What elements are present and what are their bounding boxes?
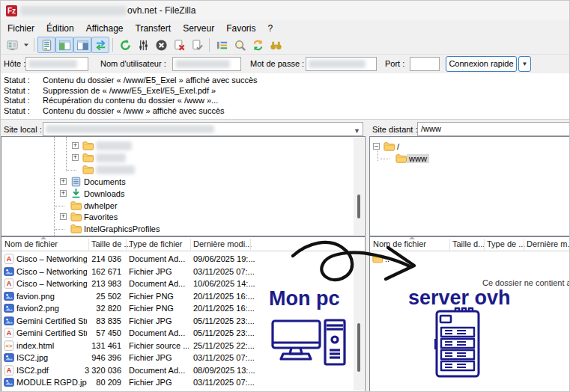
tree-connector xyxy=(67,170,76,171)
column-header[interactable]: Dernière m... xyxy=(527,239,570,248)
downloads-icon xyxy=(70,189,82,199)
file-row[interactable]: AGemini Certified Stu...57 450Document A… xyxy=(1,327,365,340)
password-input[interactable] xyxy=(306,57,377,71)
scrollbar-thumb[interactable] xyxy=(357,323,360,372)
menu-item[interactable]: ? xyxy=(262,22,279,35)
file-type: Fichier JPG xyxy=(129,267,189,276)
tree-row-/[interactable]: –/ xyxy=(370,141,570,153)
expander-plus-icon[interactable]: + xyxy=(72,154,79,161)
cancel-button[interactable] xyxy=(152,37,170,53)
file-row[interactable]: ISC2.jpg946 396Fichier JPG03/11/2025 07:… xyxy=(1,352,365,364)
folder-icon xyxy=(70,224,82,234)
tree-item-label: www xyxy=(407,154,429,163)
tree-connector xyxy=(380,159,389,159)
column-header[interactable]: Nom de fichier xyxy=(373,239,426,248)
tree-row-Favorites[interactable]: +Favorites xyxy=(1,211,365,223)
sync-browse-button[interactable] xyxy=(249,37,267,53)
site-manager-button[interactable] xyxy=(3,37,21,53)
menu-item[interactable]: Transfert xyxy=(130,22,178,35)
column-header[interactable]: Nom de fichier xyxy=(4,239,58,248)
port-input[interactable] xyxy=(410,57,440,71)
file-row[interactable]: .. xyxy=(370,253,570,266)
file-row[interactable]: AISC2.pdf3 320 036Document Ad...08/09/20… xyxy=(1,364,365,377)
tree-row-folder[interactable] xyxy=(1,164,365,176)
tree-row-Downloads[interactable]: +Downloads xyxy=(1,188,365,200)
toggle-queue-icon xyxy=(94,39,107,52)
expander-minus-icon[interactable]: – xyxy=(373,143,380,150)
toggle-remote-tree-button[interactable] xyxy=(73,37,91,53)
image-icon xyxy=(4,352,14,363)
filezilla-app-icon: Fz xyxy=(6,5,17,16)
local-tree-scrollbar[interactable] xyxy=(354,138,364,235)
pdf-icon: A xyxy=(4,254,14,264)
file-row[interactable]: favion.png25 502Fichier PNG20/11/2025 16… xyxy=(1,290,365,303)
expander-plus-icon[interactable]: + xyxy=(60,190,67,197)
dropdown-caret-button[interactable] xyxy=(21,37,31,53)
tree-item-label: Documents xyxy=(84,177,126,186)
expander-plus-icon[interactable]: + xyxy=(60,178,67,185)
header-separator xyxy=(449,239,450,250)
quickconnect-dropdown-button[interactable]: ▼ xyxy=(518,56,531,72)
toggle-queue-button[interactable] xyxy=(91,37,109,53)
header-separator xyxy=(126,239,127,250)
scrollbar-thumb[interactable] xyxy=(357,195,360,218)
toggle-log-button[interactable] xyxy=(37,37,55,53)
delete-file-button[interactable] xyxy=(170,37,188,53)
file-type: Fichier PNG xyxy=(129,304,189,313)
file-size: 83 835 xyxy=(52,316,121,325)
quickconnect-button[interactable]: Connexion rapide xyxy=(446,56,517,72)
html-icon: <> xyxy=(4,340,14,351)
tree-row-dwhelper[interactable]: dwhelper xyxy=(1,200,365,212)
cancel-icon xyxy=(155,39,168,52)
find-files-button[interactable] xyxy=(267,37,285,53)
file-row[interactable]: ACisco – Networking ...214 036Document A… xyxy=(1,253,365,266)
expander-plus-icon[interactable]: + xyxy=(60,213,67,220)
edit-file-button[interactable] xyxy=(188,37,206,53)
menu-item[interactable]: Édition xyxy=(40,22,80,35)
column-header[interactable]: Dernière modi... xyxy=(193,239,252,248)
column-header[interactable]: Type de ... xyxy=(487,239,525,248)
file-size: 162 671 xyxy=(52,267,121,276)
folder-icon xyxy=(383,141,395,152)
tree-row-folder[interactable]: + xyxy=(1,152,365,164)
file-row[interactable]: <>index.html131 461Fichier source ...25/… xyxy=(1,340,365,352)
status-label: Statut : xyxy=(4,96,30,105)
status-line: Statut :Récupération du contenu du dossi… xyxy=(1,96,570,106)
column-header[interactable]: Taille de ... xyxy=(91,239,131,248)
sync-browse-icon xyxy=(252,39,264,52)
remote-file-list: Nom de fichierTaille d...Type de ...Dern… xyxy=(369,236,570,392)
remote-site-combo[interactable]: /www xyxy=(417,122,570,136)
file-row[interactable]: Gemini Certified Stu...83 835Fichier JPG… xyxy=(1,315,365,328)
filter-button[interactable] xyxy=(213,37,231,53)
local-site-combo[interactable]: ▼ xyxy=(43,122,363,136)
compare-button[interactable] xyxy=(231,37,249,53)
file-row[interactable]: favion2.png32 820Fichier PNG20/11/2025 1… xyxy=(1,302,365,315)
column-header[interactable]: Type de fichier xyxy=(129,239,183,248)
file-modified: 05/11/2025 23:... xyxy=(193,328,255,337)
expander-plus-icon[interactable]: + xyxy=(72,142,79,149)
site-manager-icon xyxy=(6,39,19,52)
refresh-button[interactable] xyxy=(116,37,134,53)
file-modified: 20/11/2025 16:... xyxy=(193,292,255,301)
menu-item[interactable]: Serveur xyxy=(177,22,220,35)
username-input[interactable] xyxy=(172,57,241,71)
menu-item[interactable]: Affichage xyxy=(80,22,130,35)
column-header[interactable]: Taille d... xyxy=(452,239,485,248)
tree-row-www[interactable]: www xyxy=(370,153,570,165)
svg-text:A: A xyxy=(7,255,12,263)
tree-row-IntelGraphicsProfiles[interactable]: IntelGraphicsProfiles xyxy=(1,223,365,235)
tree-row-Documents[interactable]: +Documents xyxy=(1,176,365,188)
menu-item[interactable]: Favoris xyxy=(220,22,261,35)
file-size: 25 502 xyxy=(52,292,121,301)
file-row[interactable]: MODULE RGPD.jpg80 209Fichier JPG03/11/20… xyxy=(1,376,365,389)
host-input[interactable] xyxy=(25,57,88,71)
process-queue-button[interactable] xyxy=(134,37,152,53)
tree-row-folder[interactable]: + xyxy=(1,140,365,152)
menu-item[interactable]: Fichier xyxy=(1,22,40,35)
file-type: Document Ad... xyxy=(129,328,189,337)
local-list-scrollbar[interactable] xyxy=(354,252,364,391)
redacted-folder-name xyxy=(96,153,126,162)
toggle-local-tree-button[interactable] xyxy=(55,37,73,53)
file-row[interactable]: ACisco – Networking ...213 983Document A… xyxy=(1,278,365,290)
file-row[interactable]: Cisco – Networking ...162 671Fichier JPG… xyxy=(1,266,365,278)
